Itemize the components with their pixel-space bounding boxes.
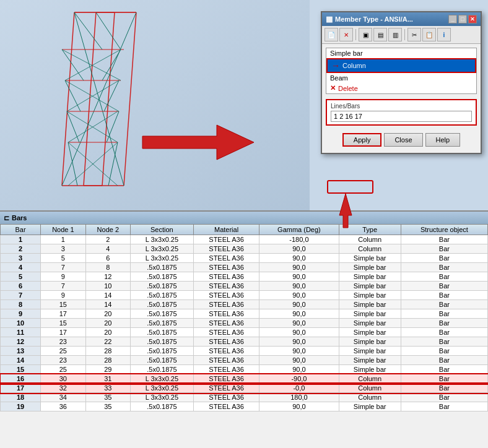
table-row[interactable]: 163031L 3x3x0.25STEEL A36-90,0ColumnBar bbox=[1, 374, 488, 384]
table-row[interactable]: 193635.5x0.1875STEEL A3690,0Simple barBa… bbox=[1, 402, 488, 411]
table-row[interactable]: 183435L 3x3x0.25STEEL A36180,0ColumnBar bbox=[1, 393, 488, 402]
table-row[interactable]: 173233L 3x3x0.25STEEL A36-0,0ColumnBar bbox=[1, 384, 488, 393]
cell-structure: Bar bbox=[401, 291, 487, 300]
cell-type: Simple bar bbox=[339, 263, 401, 272]
col-structure: Structure object bbox=[401, 225, 487, 235]
cell-type: Simple bar bbox=[339, 291, 401, 300]
table-row[interactable]: 81514.5x0.1875STEEL A3690,0Simple barBar bbox=[1, 300, 488, 309]
cell-node1: 23 bbox=[41, 337, 85, 347]
lines-bars-input[interactable] bbox=[331, 111, 472, 122]
cell-type: Simple bar bbox=[339, 309, 401, 319]
help-button[interactable]: Help bbox=[425, 133, 461, 147]
cell-section: .5x0.1875 bbox=[131, 291, 194, 300]
close-button[interactable]: ✕ bbox=[468, 15, 477, 24]
cell-section: L 3x3x0.25 bbox=[131, 374, 194, 384]
bars-table-container[interactable]: Bar Node 1 Node 2 Section Material Gamma… bbox=[0, 224, 488, 448]
maximize-button[interactable]: □ bbox=[458, 15, 467, 24]
cell-type: Column bbox=[339, 393, 401, 402]
cell-node1: 5 bbox=[41, 254, 85, 263]
cell-material: STEEL A36 bbox=[193, 244, 259, 254]
cell-section: L 3x3x0.25 bbox=[131, 384, 194, 393]
table-row[interactable]: 101520.5x0.1875STEEL A3690,0Simple barBa… bbox=[1, 319, 488, 328]
paste-toolbar-button[interactable]: 📋 bbox=[422, 28, 436, 41]
cell-gamma: 90,0 bbox=[259, 356, 339, 365]
cell-material: STEEL A36 bbox=[193, 393, 259, 402]
cell-material: STEEL A36 bbox=[193, 254, 259, 263]
cell-node1: 3 bbox=[41, 244, 85, 254]
table-row[interactable]: 356L 3x3x0.25STEEL A3690,0Simple barBar bbox=[1, 254, 488, 263]
cell-bar: 17 bbox=[1, 384, 41, 393]
new-toolbar-button[interactable]: 📄 bbox=[325, 28, 338, 41]
cell-structure: Bar bbox=[401, 300, 487, 309]
cell-gamma: 90,0 bbox=[259, 254, 339, 263]
cell-structure: Bar bbox=[401, 319, 487, 328]
table-row[interactable]: 111720.5x0.1875STEEL A3690,0Simple barBa… bbox=[1, 328, 488, 337]
member-item-simplebar[interactable]: Simple bar bbox=[326, 48, 476, 58]
cell-structure: Bar bbox=[401, 402, 487, 411]
cell-gamma: 90,0 bbox=[259, 263, 339, 272]
cell-gamma: -180,0 bbox=[259, 235, 339, 244]
col-node2: Node 2 bbox=[85, 225, 130, 235]
delete-toolbar-button[interactable]: ✕ bbox=[339, 28, 353, 41]
table-row[interactable]: 122322.5x0.1875STEEL A3690,0Simple barBa… bbox=[1, 337, 488, 347]
table-row[interactable]: 234L 3x3x0.25STEEL A3690,0ColumnBar bbox=[1, 244, 488, 254]
cell-structure: Bar bbox=[401, 282, 487, 291]
dialog-content: Simple bar → Column Beam ✕ Delete Lines/… bbox=[322, 44, 481, 153]
bars-icon: ⊏ bbox=[4, 214, 9, 222]
table-row[interactable]: 7914.5x0.1875STEEL A3690,0Simple barBar bbox=[1, 291, 488, 300]
close-button-dialog[interactable]: Close bbox=[384, 133, 422, 147]
table-row[interactable]: 142328.5x0.1875STEEL A3690,0Simple barBa… bbox=[1, 356, 488, 365]
minimize-button[interactable]: _ bbox=[448, 15, 457, 24]
table-row[interactable]: 6710.5x0.1875STEEL A3690,0Simple barBar bbox=[1, 282, 488, 291]
col-material: Material bbox=[193, 225, 259, 235]
apply-button[interactable]: Apply bbox=[342, 133, 382, 147]
cell-gamma: 90,0 bbox=[259, 282, 339, 291]
bars-panel: ⊏ Bars Bar Node 1 Node 2 Section Materia… bbox=[0, 210, 488, 448]
cell-material: STEEL A36 bbox=[193, 309, 259, 319]
cell-node2: 31 bbox=[85, 374, 130, 384]
cell-bar: 2 bbox=[1, 244, 41, 254]
svg-rect-0 bbox=[0, 0, 310, 210]
member-item-beam[interactable]: Beam bbox=[326, 73, 476, 83]
selected-arrow-icon: → bbox=[331, 61, 340, 71]
cell-material: STEEL A36 bbox=[193, 365, 259, 374]
cell-bar: 9 bbox=[1, 309, 41, 319]
cell-node2: 20 bbox=[85, 328, 130, 337]
table-row[interactable]: 152529.5x0.1875STEEL A3690,0Simple barBa… bbox=[1, 365, 488, 374]
cell-section: .5x0.1875 bbox=[131, 337, 194, 347]
cell-node1: 25 bbox=[41, 365, 85, 374]
cell-type: Simple bar bbox=[339, 254, 401, 263]
cell-section: .5x0.1875 bbox=[131, 272, 194, 282]
cell-node2: 8 bbox=[85, 263, 130, 272]
table-row[interactable]: 5912.5x0.1875STEEL A3690,0Simple barBar bbox=[1, 272, 488, 282]
table-row[interactable]: 478.5x0.1875STEEL A3690,0Simple barBar bbox=[1, 263, 488, 272]
dialog-icon: ▦ bbox=[326, 15, 333, 24]
delete-item[interactable]: ✕ Delete bbox=[326, 83, 476, 93]
col-section: Section bbox=[131, 225, 194, 235]
delete-x-icon: ✕ bbox=[330, 84, 336, 92]
dialog-title: Member Type - ANSI/A... bbox=[335, 15, 413, 23]
cell-type: Simple bar bbox=[339, 356, 401, 365]
cell-gamma: 90,0 bbox=[259, 337, 339, 347]
cell-type: Simple bar bbox=[339, 300, 401, 309]
toolbar-separator-2 bbox=[404, 29, 405, 40]
info-toolbar-button[interactable]: i bbox=[437, 28, 451, 41]
dialog-toolbar: 📄 ✕ ▣ ▤ ▥ ✂ 📋 i bbox=[322, 26, 481, 44]
structure-drawing bbox=[0, 0, 310, 210]
table-header-row: Bar Node 1 Node 2 Section Material Gamma… bbox=[1, 225, 488, 235]
table-row[interactable]: 91720.5x0.1875STEEL A3690,0Simple barBar bbox=[1, 309, 488, 319]
cell-node1: 1 bbox=[41, 235, 85, 244]
toolbar-btn-3[interactable]: ▥ bbox=[388, 28, 402, 41]
toolbar-btn-2[interactable]: ▤ bbox=[373, 28, 387, 41]
cell-structure: Bar bbox=[401, 337, 487, 347]
toolbar-btn-1[interactable]: ▣ bbox=[359, 28, 372, 41]
cell-structure: Bar bbox=[401, 254, 487, 263]
cell-material: STEEL A36 bbox=[193, 272, 259, 282]
cell-material: STEEL A36 bbox=[193, 337, 259, 347]
table-row[interactable]: 132528.5x0.1875STEEL A3690,0Simple barBa… bbox=[1, 347, 488, 356]
lines-bars-label: Lines/Bars bbox=[331, 103, 472, 110]
cut-toolbar-button[interactable]: ✂ bbox=[407, 28, 421, 41]
table-row[interactable]: 112L 3x3x0.25STEEL A36-180,0ColumnBar bbox=[1, 235, 488, 244]
cell-type: Simple bar bbox=[339, 328, 401, 337]
member-item-column[interactable]: → Column bbox=[326, 58, 476, 73]
